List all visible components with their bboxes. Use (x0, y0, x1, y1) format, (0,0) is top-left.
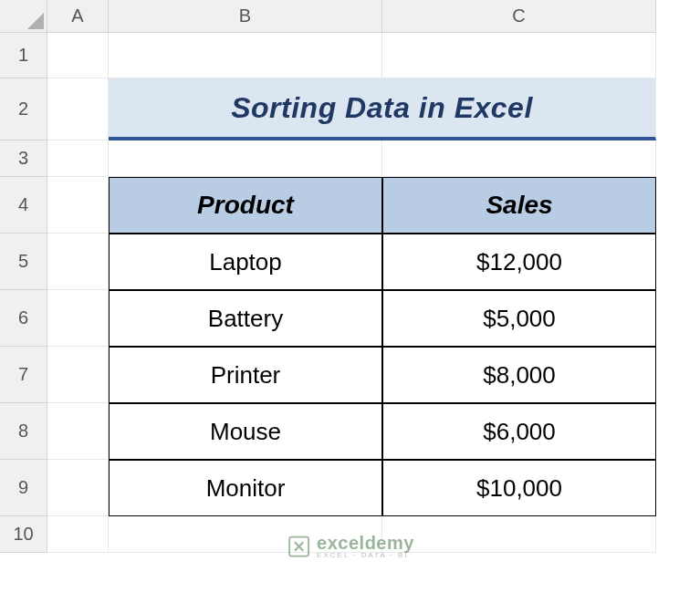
table-row[interactable]: Mouse (109, 403, 382, 460)
cell-b3[interactable] (109, 140, 382, 177)
cell-b1[interactable] (109, 33, 382, 78)
cell-c1[interactable] (382, 33, 656, 78)
table-header-sales[interactable]: Sales (382, 177, 656, 234)
cell-a8[interactable] (47, 403, 109, 460)
select-all-corner[interactable] (0, 0, 47, 33)
cell-a6[interactable] (47, 290, 109, 347)
cell-a10[interactable] (47, 516, 109, 553)
table-row[interactable]: Laptop (109, 234, 382, 290)
cell-a9[interactable] (47, 460, 109, 516)
col-header-c[interactable]: C (382, 0, 656, 33)
table-row[interactable]: $10,000 (382, 460, 656, 516)
table-row[interactable]: $8,000 (382, 347, 656, 403)
watermark: exceldemy EXCEL · DATA · BI (286, 534, 414, 559)
row-header-6[interactable]: 6 (0, 290, 47, 347)
table-row[interactable]: Monitor (109, 460, 382, 516)
cell-a1[interactable] (47, 33, 109, 78)
cell-a5[interactable] (47, 234, 109, 290)
cell-c3[interactable] (382, 140, 656, 177)
row-header-7[interactable]: 7 (0, 347, 47, 403)
table-header-product[interactable]: Product (109, 177, 382, 234)
cell-a7[interactable] (47, 347, 109, 403)
watermark-text: exceldemy EXCEL · DATA · BI (317, 534, 414, 559)
row-header-10[interactable]: 10 (0, 516, 47, 553)
cell-a3[interactable] (47, 140, 109, 177)
col-header-b[interactable]: B (109, 0, 382, 33)
watermark-main: exceldemy (317, 534, 414, 552)
table-row[interactable]: Battery (109, 290, 382, 347)
row-header-2[interactable]: 2 (0, 78, 47, 140)
cell-c10[interactable] (382, 516, 656, 553)
table-row[interactable]: $12,000 (382, 234, 656, 290)
spreadsheet-grid: A B C 1 2 Sorting Data in Excel 3 4 Prod… (0, 0, 700, 553)
table-row[interactable]: Printer (109, 347, 382, 403)
row-header-8[interactable]: 8 (0, 403, 47, 460)
exceldemy-logo-icon (286, 534, 311, 559)
col-header-a[interactable]: A (47, 0, 109, 33)
cell-a4[interactable] (47, 177, 109, 234)
cell-a2[interactable] (47, 78, 109, 140)
watermark-sub: EXCEL · DATA · BI (317, 552, 414, 559)
row-header-9[interactable]: 9 (0, 460, 47, 516)
row-header-1[interactable]: 1 (0, 33, 47, 78)
row-header-3[interactable]: 3 (0, 140, 47, 177)
title-cell[interactable]: Sorting Data in Excel (109, 78, 656, 140)
row-header-5[interactable]: 5 (0, 234, 47, 290)
row-header-4[interactable]: 4 (0, 177, 47, 234)
corner-triangle-icon (27, 13, 44, 29)
table-row[interactable]: $6,000 (382, 403, 656, 460)
table-row[interactable]: $5,000 (382, 290, 656, 347)
